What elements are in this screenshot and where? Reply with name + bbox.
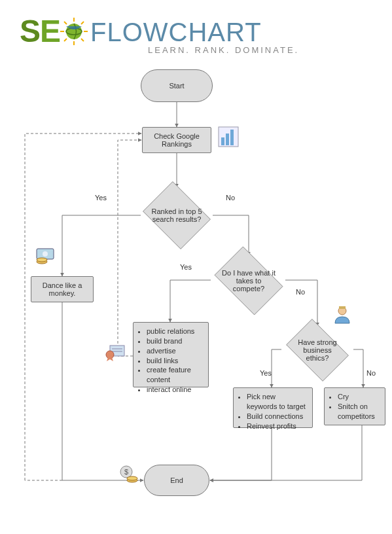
dance-node: Dance like a monkey. xyxy=(31,276,94,302)
svg-point-17 xyxy=(37,258,47,262)
svg-rect-13 xyxy=(230,130,234,145)
ranked-label: Ranked in top 5 search results? xyxy=(139,207,214,223)
ranked-decision: Ranked in top 5 search results? xyxy=(139,186,214,245)
flowchart-canvas: Start Check Google Rankings Ranked in to… xyxy=(0,62,392,520)
ethics-yes-label: Yes xyxy=(260,369,272,377)
end-label: End xyxy=(170,476,183,484)
brand-letter-e: E xyxy=(40,13,60,49)
svg-point-15 xyxy=(43,251,48,257)
svg-line-7 xyxy=(64,39,67,41)
compete-label: Do I have what it takes to compete? xyxy=(209,269,288,293)
svg-text:$: $ xyxy=(124,468,128,476)
ranked-yes-label: Yes xyxy=(95,194,107,202)
dance-label: Dance like a monkey. xyxy=(31,281,93,297)
svg-rect-12 xyxy=(226,134,229,145)
compete-no-label: No xyxy=(296,288,305,296)
brand-letter-s: S xyxy=(20,13,40,49)
list-item: interact online xyxy=(147,385,203,395)
brand-title: FLOWCHART xyxy=(90,18,262,47)
compete-yes-items: public relations build brand advertise b… xyxy=(139,327,203,395)
list-item: advertise xyxy=(147,346,203,356)
header: S E FLOWCHART LEARN. RANK. DOM xyxy=(0,0,392,62)
svg-line-4 xyxy=(64,22,67,24)
svg-point-8 xyxy=(66,24,82,39)
ethics-yes-items: Pick new keywords to target Build connec… xyxy=(239,392,307,431)
list-item: Snitch on competitors xyxy=(338,402,380,421)
ethics-no-label: No xyxy=(366,369,376,377)
compete-yes-list: public relations build brand advertise b… xyxy=(133,322,209,387)
start-label: Start xyxy=(169,82,184,90)
bar-chart-icon xyxy=(217,126,240,151)
list-item: build brand xyxy=(147,336,203,346)
svg-rect-11 xyxy=(221,137,224,145)
money-icon xyxy=(33,243,59,270)
list-item: public relations xyxy=(147,327,203,336)
coins-icon: $ xyxy=(118,463,140,488)
svg-point-27 xyxy=(127,476,137,480)
compete-yes-label: Yes xyxy=(180,263,192,271)
start-node: Start xyxy=(141,69,213,102)
sun-globe-icon xyxy=(59,16,89,46)
compete-decision: Do I have what it takes to compete? xyxy=(209,253,288,309)
list-item: Reinvest profits xyxy=(247,421,307,431)
list-item: Pick new keywords to target xyxy=(247,392,307,412)
svg-line-5 xyxy=(81,39,84,41)
ranked-no-label: No xyxy=(226,194,235,202)
list-item: Cry xyxy=(338,392,380,402)
list-item: Build connections xyxy=(247,412,307,421)
svg-line-6 xyxy=(81,22,84,24)
check-rankings-node: Check Google Rankings xyxy=(142,127,211,153)
ethics-decision: Have strong business ethics? xyxy=(281,325,353,376)
check-rankings-label: Check Google Rankings xyxy=(143,132,211,148)
ethics-no-items: Cry Snitch on competitors xyxy=(330,392,380,421)
svg-rect-23 xyxy=(339,306,346,309)
ethics-label: Have strong business ethics? xyxy=(281,338,353,362)
list-item: build links xyxy=(147,356,203,366)
ribbon-certificate-icon xyxy=(103,340,127,366)
list-item: create feature content xyxy=(147,365,203,385)
logo: S E FLOWCHART xyxy=(20,13,372,49)
ethics-no-list: Cry Snitch on competitors xyxy=(324,387,385,425)
ethics-yes-list: Pick new keywords to target Build connec… xyxy=(233,387,313,428)
end-node: End xyxy=(144,465,209,496)
